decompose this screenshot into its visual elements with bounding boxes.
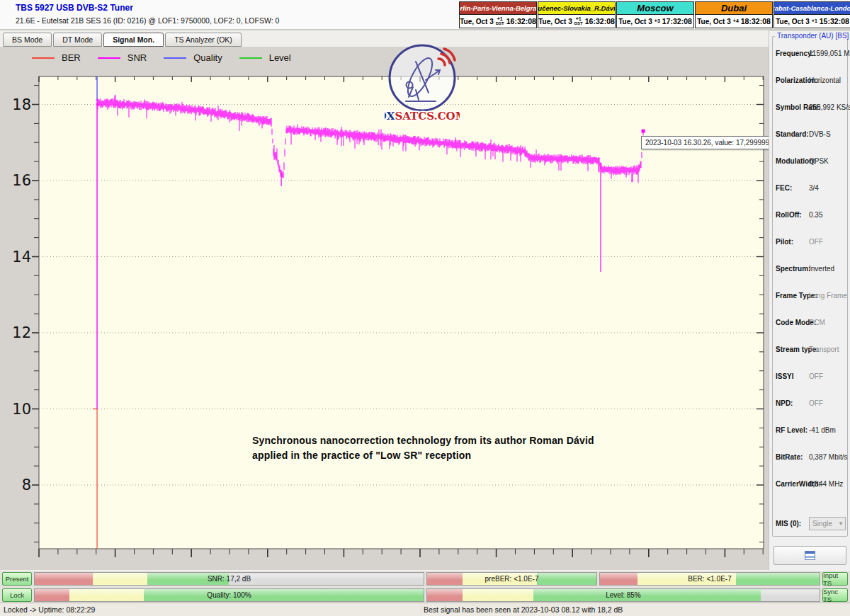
bar-label: Quality: 100% bbox=[35, 589, 424, 601]
list-view-icon bbox=[805, 551, 815, 560]
status-bar: Locked -> Uptime: 08:22:29 Best signal h… bbox=[0, 603, 850, 616]
clock-time: Tue, Oct 3 +4 18:32:08 bbox=[696, 15, 772, 28]
status-divider bbox=[421, 605, 421, 615]
chart-legend: BER SNR Quality Level bbox=[32, 52, 291, 63]
tab-dt-mode[interactable]: DT Mode bbox=[53, 33, 102, 47]
legend-swatch bbox=[32, 57, 55, 59]
bar-label: SNR: 17,2 dB bbox=[35, 573, 424, 585]
annotation-line1: Synchronous nanocorrection technology fr… bbox=[252, 433, 594, 448]
clock-date: Tue, Oct 3 bbox=[538, 18, 572, 25]
field-label: Standard: bbox=[776, 130, 809, 138]
transponder-row-fec: FEC: 3/4 bbox=[773, 184, 849, 194]
transponder-row-spectrum: Spectrum: Inverted bbox=[773, 265, 849, 275]
svg-text:8: 8 bbox=[22, 477, 31, 494]
clock-city-label: Rabat-Casablanca-London bbox=[774, 2, 850, 15]
input-ts-button[interactable]: Input TS bbox=[822, 572, 848, 586]
field-label: BitRate: bbox=[776, 453, 803, 461]
clock-hms: 17:32:08 bbox=[662, 17, 692, 25]
clock-date: Tue, Oct 3 bbox=[697, 18, 731, 25]
snr-bar: SNR: 17,2 dB bbox=[34, 572, 424, 586]
legend-swatch bbox=[164, 57, 186, 59]
transponder-row-frequency: Frequency: 11599,051 MHz bbox=[773, 50, 849, 59]
clock-time: Tue, Oct 3 +1 15:32:08 bbox=[774, 15, 850, 28]
transponder-groupbox: Transponder (AU) [BS] Frequency: 11599,0… bbox=[772, 36, 848, 537]
transponder-panel: Transponder (AU) [BS] Frequency: 11599,0… bbox=[769, 31, 850, 570]
present-indicator[interactable]: Present bbox=[2, 572, 32, 586]
field-value: 0,387 Mbit/s bbox=[809, 453, 847, 461]
tab-bs-mode[interactable]: BS Mode bbox=[3, 33, 52, 47]
field-label: Pilot: bbox=[776, 238, 793, 246]
clock-4: Dubai Tue, Oct 3 +4 18:32:08 bbox=[695, 1, 773, 28]
preber-bar: preBER: <1.0E-7 bbox=[426, 572, 597, 586]
clock-hms: 16:32:08 bbox=[506, 17, 536, 25]
svg-text:12: 12 bbox=[12, 324, 31, 341]
legend-item-quality: Quality bbox=[164, 52, 222, 63]
clock-utc-offset: +1DST bbox=[496, 17, 504, 25]
clock-utc-offset: +1DST bbox=[574, 17, 583, 25]
lock-indicator[interactable]: Lock bbox=[2, 588, 32, 602]
legend-item-ber: BER bbox=[32, 52, 81, 63]
legend-item-snr: SNR bbox=[98, 52, 147, 63]
legend-item-level: Level bbox=[239, 52, 291, 63]
svg-text:DXSATCS.COM: DXSATCS.COM bbox=[385, 110, 460, 122]
field-value: 255,992 KS/s bbox=[809, 103, 850, 111]
clock-date: Tue, Oct 3 bbox=[776, 18, 810, 25]
mis-dropdown[interactable]: Single▼ bbox=[809, 517, 846, 530]
svg-text:10: 10 bbox=[12, 401, 31, 418]
transponder-row-bitrate: BitRate: 0,387 Mbit/s bbox=[773, 453, 849, 463]
sync-ts-button[interactable]: Sync TS bbox=[822, 588, 848, 602]
clock-hms: 16:32:08 bbox=[585, 17, 615, 25]
transponder-row-rf-level: RF Level: -41 dBm bbox=[773, 426, 849, 436]
monitor-bars-area: PresentSNR: 17,2 dBpreBER: <1.0E-7BER: <… bbox=[0, 570, 850, 603]
transponder-row-code-mode: Code Mode: CCM bbox=[773, 319, 849, 329]
legend-label: SNR bbox=[128, 52, 147, 63]
chart-annotation: Synchronous nanocorrection technology fr… bbox=[252, 433, 594, 463]
transponder-row-rolloff: RollOff: 0.35 bbox=[773, 211, 849, 221]
clock-hms: 18:32:08 bbox=[741, 17, 771, 25]
legend-label: BER bbox=[62, 52, 81, 63]
clock-time: Tue, Oct 3 +3 17:32:08 bbox=[617, 15, 693, 28]
field-value: OFF bbox=[809, 399, 823, 407]
field-label: ISSYI bbox=[776, 372, 794, 380]
app-title: TBS 5927 USB DVB-S2 Tuner bbox=[16, 3, 133, 13]
svg-text:18: 18 bbox=[12, 96, 31, 113]
tab-signal-mon[interactable]: Signal Mon. bbox=[103, 33, 164, 47]
quality-bar: Quality: 100% bbox=[34, 588, 424, 602]
legend-swatch bbox=[98, 57, 120, 59]
clock-1: Berlin-Paris-Vienna-Belgrade Tue, Oct 3 … bbox=[459, 1, 537, 28]
tuner-app-window: TBS 5927 USB DVB-S2 Tuner 21.6E - Eutels… bbox=[0, 0, 850, 616]
transponder-row-stream-type: Stream type: Transport bbox=[773, 346, 849, 355]
field-value: Transport bbox=[809, 346, 839, 353]
field-value: 3/4 bbox=[809, 184, 819, 192]
transponder-row-pilot: Pilot: OFF bbox=[773, 238, 849, 248]
field-label: NPD: bbox=[776, 399, 793, 407]
clock-5: Rabat-Casablanca-London Tue, Oct 3 +1 15… bbox=[774, 1, 850, 28]
field-value: CCM bbox=[809, 319, 825, 326]
transponder-title: Transponder (AU) [BS] bbox=[775, 32, 850, 40]
chevron-down-icon: ▼ bbox=[838, 520, 844, 527]
ts-info-button[interactable] bbox=[774, 546, 846, 565]
clock-hms: 15:32:08 bbox=[820, 17, 849, 25]
clock-city-label: Moscow bbox=[617, 2, 693, 15]
field-value: Horizontal bbox=[809, 76, 841, 84]
transponder-row-issyi: ISSYI OFF bbox=[773, 372, 849, 382]
field-label: Frequency: bbox=[776, 50, 814, 57]
signal-chart-panel: 18161412108 BER SNR Quality Level bbox=[0, 47, 769, 570]
transponder-row-polarization: Polarization: Horizontal bbox=[773, 76, 849, 86]
transponder-row-npd: NPD: OFF bbox=[773, 399, 849, 409]
clock-time: Tue, Oct 3 +1DST 16:32:08 bbox=[460, 15, 536, 28]
satellite-subtitle: 21.6E - Eutelsat 21B SES 16 (ID: 0216) @… bbox=[16, 16, 279, 25]
legend-label: Level bbox=[269, 52, 291, 63]
field-label: MIS (0): bbox=[776, 520, 801, 527]
title-strip: TBS 5927 USB DVB-S2 Tuner 21.6E - Eutels… bbox=[0, 0, 850, 30]
field-value: OFF bbox=[809, 238, 823, 246]
field-value: DVB-S bbox=[809, 130, 831, 138]
field-label: Spectrum: bbox=[776, 265, 810, 273]
legend-swatch bbox=[239, 57, 262, 59]
clock-3: Moscow Tue, Oct 3 +3 17:32:08 bbox=[616, 1, 694, 28]
field-label: RF Level: bbox=[776, 426, 808, 434]
dxsatcs-logo: DXSATCS.COM bbox=[385, 40, 460, 127]
bar-label: preBER: <1.0E-7 bbox=[427, 573, 596, 585]
field-value: -41 dBm bbox=[809, 426, 836, 434]
tab-ts-analyzer-ok[interactable]: TS Analyzer (OK) bbox=[165, 33, 242, 47]
